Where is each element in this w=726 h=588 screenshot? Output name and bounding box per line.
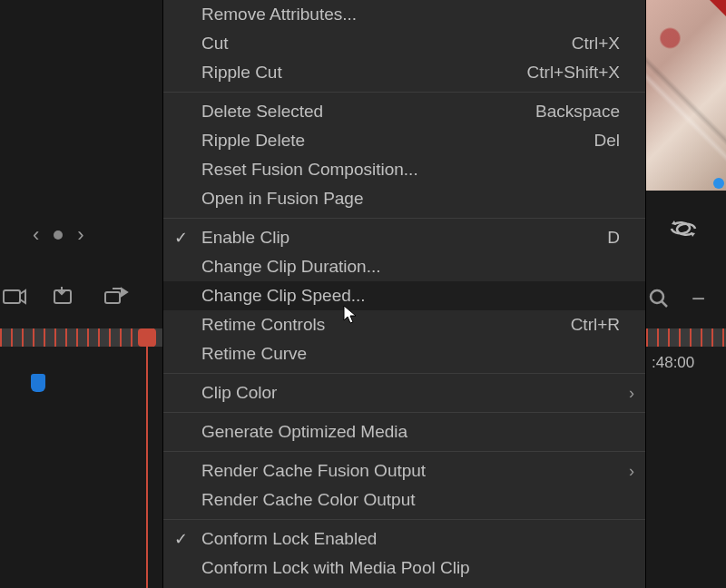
menu-item-label: Render Cache Color Output — [201, 490, 627, 510]
zoom-out-icon[interactable]: − — [692, 287, 705, 310]
menu-item-label: Generate Optimized Media — [201, 422, 627, 442]
menu-item[interactable]: Clip Color› — [163, 378, 645, 407]
menu-item[interactable]: ✓Conform Lock Enabled — [163, 524, 645, 554]
next-clip-icon[interactable]: › — [77, 223, 83, 247]
menu-item-label: Ripple Delete — [201, 131, 594, 151]
menu-item[interactable]: ✓Enable ClipD — [163, 223, 645, 252]
menu-item-label: Clip Color — [201, 383, 627, 403]
timeline-ruler-right[interactable] — [646, 328, 726, 347]
playhead-line — [146, 338, 148, 588]
menu-item-label: Ripple Cut — [201, 63, 527, 83]
menu-item-shortcut: D — [607, 228, 627, 248]
current-clip-dot-icon — [54, 230, 63, 240]
menu-item[interactable]: Change Clip Duration... — [163, 252, 645, 281]
viewer-nav: ‹ › — [33, 223, 84, 247]
menu-item[interactable]: Render Cache Color Output — [163, 485, 645, 514]
menu-item-label: Delete Selected — [201, 102, 535, 122]
chevron-right-icon: › — [629, 384, 634, 403]
menu-separator — [163, 451, 645, 452]
menu-item-label: Cut — [201, 34, 572, 54]
menu-item-shortcut: Backspace — [535, 102, 627, 122]
menu-item[interactable]: Generate Optimized Media — [163, 417, 645, 446]
menu-item[interactable]: Retime ControlsCtrl+R — [163, 310, 645, 339]
clip-context-menu: Remove Attributes...CutCtrl+XRipple CutC… — [162, 0, 646, 588]
menu-separator — [163, 373, 645, 374]
playhead[interactable] — [138, 328, 156, 588]
menu-separator — [163, 218, 645, 219]
menu-item[interactable]: Reset Fusion Composition... — [163, 155, 645, 184]
search-icon[interactable] — [648, 288, 670, 309]
menu-item[interactable]: Render Cache Fusion Output› — [163, 456, 645, 485]
viewer-image — [646, 0, 726, 191]
menu-item-label: Render Cache Fusion Output — [201, 461, 627, 481]
menu-item-label: Conform Lock with Media Pool Clip — [201, 558, 627, 578]
insert-clip-icon[interactable] — [0, 283, 31, 310]
menu-separator — [163, 519, 645, 520]
menu-item-shortcut: Ctrl+R — [571, 315, 627, 335]
timeline-toolbar — [0, 283, 132, 310]
timeline-right-tools: − — [648, 287, 705, 310]
svg-rect-2 — [105, 292, 120, 303]
menu-separator — [163, 92, 645, 93]
menu-item-shortcut: Ctrl+X — [572, 34, 627, 54]
menu-item[interactable]: Delete SelectedBackspace — [163, 97, 645, 126]
menu-item[interactable]: Change Clip Speed... — [163, 281, 645, 310]
menu-item-label: Change Clip Speed... — [201, 286, 627, 306]
menu-item[interactable]: Ripple DeleteDel — [163, 126, 645, 155]
menu-item-label: Change Clip Duration... — [201, 257, 627, 277]
chevron-right-icon: › — [629, 462, 634, 481]
check-icon: ✓ — [174, 228, 188, 248]
menu-item[interactable]: Retime Curve — [163, 339, 645, 368]
replace-clip-icon[interactable] — [102, 283, 132, 310]
menu-item-shortcut: Del — [594, 131, 627, 151]
menu-item-label: Enable Clip — [201, 228, 607, 248]
menu-separator — [163, 412, 645, 413]
menu-item[interactable]: Remove Attributes... — [163, 0, 645, 29]
menu-item[interactable]: Conform Lock with Media Pool Clip — [163, 554, 645, 583]
menu-item[interactable]: CutCtrl+X — [163, 29, 645, 58]
timeline-timecode: :48:00 — [652, 354, 694, 372]
menu-item-label: Remove Attributes... — [201, 5, 627, 24]
viewer-preview[interactable] — [646, 0, 726, 191]
menu-item-label: Retime Controls — [201, 315, 571, 335]
menu-item-label: Retime Curve — [201, 344, 627, 364]
timeline-marker[interactable] — [31, 374, 45, 392]
prev-clip-icon[interactable]: ‹ — [33, 223, 39, 247]
viewer-corner-handle[interactable] — [713, 178, 724, 189]
menu-item-label: Reset Fusion Composition... — [201, 160, 627, 180]
clip-flag-icon — [710, 0, 726, 16]
menu-item[interactable]: Open in Fusion Page — [163, 184, 645, 213]
overwrite-clip-icon[interactable] — [51, 283, 82, 310]
menu-item[interactable]: Ripple CutCtrl+Shift+X — [163, 58, 645, 87]
check-icon: ✓ — [174, 529, 188, 549]
loop-icon[interactable] — [668, 218, 699, 240]
svg-point-3 — [651, 290, 663, 303]
menu-item-shortcut: Ctrl+Shift+X — [527, 63, 627, 83]
svg-rect-0 — [4, 290, 20, 303]
menu-item-label: Open in Fusion Page — [201, 189, 627, 209]
menu-item-label: Conform Lock Enabled — [201, 529, 627, 549]
